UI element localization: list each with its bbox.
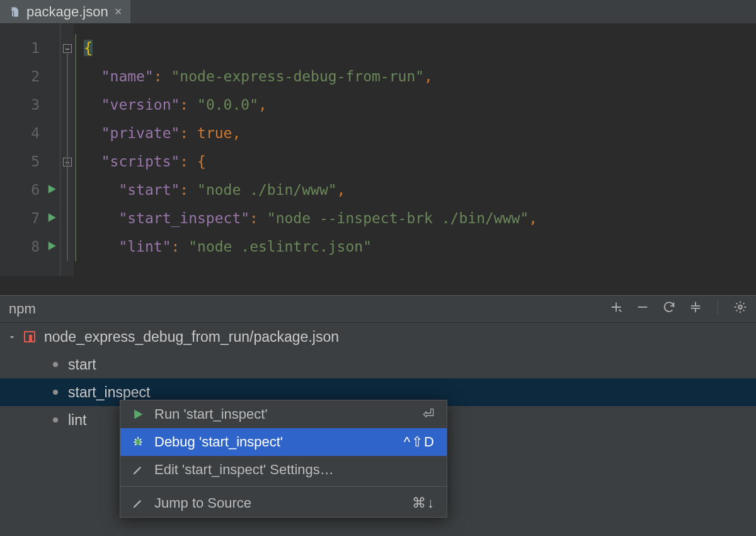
line-number: 6	[23, 176, 40, 204]
tab-filename: package.json	[26, 4, 108, 20]
menu-shortcut: ⏎	[423, 406, 435, 422]
run-gutter-icon[interactable]	[46, 233, 57, 261]
panel-toolbar	[609, 300, 747, 318]
refresh-icon[interactable]	[662, 300, 676, 318]
collapse-icon[interactable]	[689, 300, 702, 318]
line-number: 2	[23, 62, 40, 91]
tree-root-row[interactable]: node_express_debug_from_run/package.json	[0, 323, 756, 351]
line-number: 4	[23, 119, 40, 148]
bullet-icon	[53, 390, 58, 395]
run-gutter-icon[interactable]	[46, 176, 57, 204]
context-menu: Run 'start_inspect' ⏎ Debug 'start_inspe…	[120, 400, 447, 518]
fold-strip	[60, 24, 74, 276]
code-editor[interactable]: 1 2 3 4 5 6 7 8 { "name": "node-express-…	[0, 24, 756, 276]
line-number: 7	[23, 204, 40, 233]
menu-debug[interactable]: Debug 'start_inspect' ^⇧D	[120, 428, 447, 456]
menu-jump-to-source[interactable]: Jump to Source ⌘↓	[120, 489, 447, 517]
tree-root-label: node_express_debug_from_run/package.json	[44, 323, 339, 351]
bullet-icon	[53, 362, 58, 367]
editor-gutter: 1 2 3 4 5 6 7 8	[0, 24, 60, 276]
line-number: 8	[23, 233, 40, 261]
bullet-icon	[53, 417, 58, 422]
json-file-icon: {}	[9, 5, 20, 19]
script-name: start	[68, 351, 96, 378]
svg-point-1	[738, 305, 742, 309]
menu-run[interactable]: Run 'start_inspect' ⏎	[120, 400, 447, 428]
panel-title: npm	[9, 301, 36, 317]
file-tab[interactable]: {} package.json ×	[0, 0, 130, 23]
run-gutter-icon[interactable]	[46, 204, 57, 233]
line-number: 3	[23, 91, 40, 119]
script-name: lint	[68, 406, 86, 434]
menu-shortcut: ⌘↓	[412, 495, 435, 511]
run-icon	[132, 408, 144, 421]
line-number: 1	[23, 34, 40, 62]
npm-icon	[24, 331, 35, 342]
remove-icon[interactable]	[636, 300, 650, 318]
close-icon[interactable]: ×	[115, 4, 122, 19]
line-number: 5	[23, 148, 40, 176]
npm-panel-header: npm	[0, 295, 756, 323]
toolbar-separator	[718, 300, 718, 315]
tab-bar: {} package.json ×	[0, 0, 756, 24]
script-row[interactable]: start	[0, 351, 756, 378]
menu-divider	[120, 486, 447, 487]
svg-text:{}: {}	[11, 11, 14, 17]
menu-label: Run 'start_inspect'	[154, 406, 268, 422]
menu-edit-config[interactable]: Edit 'start_inspect' Settings…	[120, 456, 447, 484]
edit-icon	[132, 463, 144, 476]
panel-separator	[0, 276, 756, 295]
menu-label: Jump to Source	[154, 495, 251, 511]
edit-icon	[132, 497, 144, 510]
code-area[interactable]: { "name": "node-express-debug-from-run",…	[77, 24, 756, 276]
menu-shortcut: ^⇧D	[404, 434, 435, 450]
menu-label: Edit 'start_inspect' Settings…	[154, 462, 334, 478]
chevron-down-icon	[8, 323, 16, 351]
debug-icon	[132, 436, 144, 448]
add-icon[interactable]	[609, 300, 623, 318]
gear-icon[interactable]	[733, 300, 747, 318]
menu-label: Debug 'start_inspect'	[154, 434, 283, 450]
